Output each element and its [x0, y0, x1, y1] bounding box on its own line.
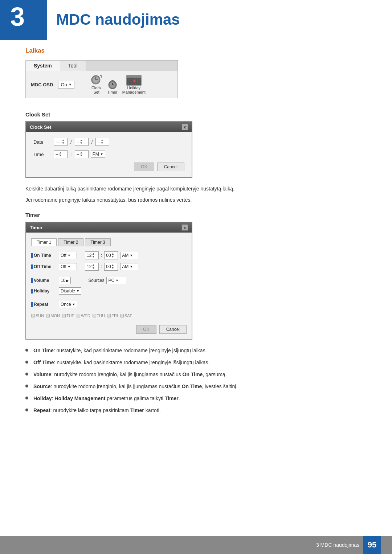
off-time-hour[interactable]: 12 ▲ ▼ — [85, 263, 99, 271]
date-spinner-3[interactable]: ▲ ▼ — [101, 139, 103, 145]
clock-ok-button[interactable]: OK — [134, 163, 154, 171]
holiday-icon-item[interactable]: HolidayManagement — [122, 75, 146, 94]
timer-dialog-title: Timer — [30, 225, 42, 230]
checkbox-box — [77, 314, 80, 317]
bullet-list: On Time: nustatykite, kad pasirinktame r… — [25, 347, 367, 414]
day-checkbox-tue[interactable]: TUE — [62, 313, 74, 318]
clock-cancel-button[interactable]: Cancel — [157, 163, 184, 171]
day-checkbox-mon[interactable]: MON — [46, 313, 60, 318]
timer-tab-3[interactable]: Timer 3 — [85, 238, 110, 246]
day-label: WED — [81, 313, 90, 318]
timer-tab-1[interactable]: Timer 1 — [31, 238, 57, 246]
bullet-item: Holiday: Holiday Management parametrus g… — [25, 395, 367, 402]
off-ampm-arrow-icon: ▼ — [130, 265, 133, 268]
date-field-3[interactable]: -- ▲ ▼ — [95, 138, 109, 146]
on-time-colon: : — [101, 253, 102, 258]
days-row: SUNMONTUEWEDTHUFRISAT — [26, 311, 192, 320]
time-label: Time — [33, 152, 52, 157]
clock-set-close-button[interactable]: x — [181, 124, 188, 130]
panel-icons: ClockSet Timer — [90, 75, 146, 94]
bullet-label: Volume — [33, 372, 52, 377]
tab-system[interactable]: System — [26, 61, 60, 71]
off-hour-val: 12 — [87, 264, 91, 269]
holiday-dropdown[interactable]: Disable ▼ — [59, 287, 81, 295]
time-hour-spinner[interactable]: ▲ ▼ — [59, 151, 62, 157]
time-hour-field[interactable]: -- ▲ ▼ — [54, 150, 68, 158]
repeat-bar — [31, 302, 33, 307]
spacer — [26, 298, 192, 301]
timer-buttons: OK Cancel — [26, 322, 192, 335]
down-arrow-icon[interactable]: ▼ — [111, 255, 114, 258]
on-hour-spinner[interactable]: ▲ ▼ — [92, 253, 95, 258]
day-label: FRI — [111, 313, 118, 318]
on-time-text: On Time — [34, 253, 51, 258]
main-content: Laikas System Tool MDC OSD On ▼ — [0, 0, 392, 443]
repeat-val: Once — [61, 302, 71, 307]
date-field-1[interactable]: ---- ▲ ▼ — [54, 138, 68, 146]
off-min-spinner[interactable]: ▲ ▼ — [111, 264, 114, 270]
date-spinner-2[interactable]: ▲ ▼ — [80, 139, 83, 145]
timer-ok-button[interactable]: OK — [136, 325, 156, 334]
time-ampm-dropdown[interactable]: PM ▼ — [91, 151, 105, 158]
on-time-dropdown[interactable]: Off ▼ — [59, 252, 77, 259]
down-arrow-icon[interactable]: ▼ — [92, 267, 95, 270]
down-arrow-icon[interactable]: ▼ — [101, 142, 103, 145]
bullet-dot — [25, 361, 28, 364]
mdc-osd-label: MDC OSD — [31, 82, 53, 87]
time-min-spinner[interactable]: ▲ ▼ — [80, 151, 83, 157]
timer-cancel-button[interactable]: Cancel — [159, 325, 187, 334]
holiday-icon — [126, 75, 142, 86]
svg-rect-19 — [134, 80, 135, 82]
footer-text: 3 MDC naudojimas — [316, 542, 359, 548]
system-tool-panel: System Tool MDC OSD On ▼ C — [25, 60, 178, 98]
svg-rect-8 — [111, 80, 114, 81]
on-time-ampm-dropdown[interactable]: AM ▼ — [120, 252, 138, 259]
bullet-label: Repeat — [33, 407, 50, 413]
down-arrow-icon[interactable]: ▼ — [111, 267, 114, 270]
mdc-osd-dropdown[interactable]: On ▼ — [58, 81, 74, 89]
clock-set-icon-item[interactable]: ClockSet — [90, 75, 103, 94]
off-time-value: Off — [61, 264, 66, 269]
down-arrow-icon[interactable]: ▼ — [92, 255, 95, 258]
down-arrow-icon[interactable]: ▼ — [80, 142, 83, 145]
spacer — [26, 274, 192, 277]
off-time-text: Off Time — [34, 264, 51, 269]
sources-dropdown[interactable]: PC ▼ — [106, 277, 126, 284]
down-arrow-icon[interactable]: ▼ — [80, 154, 83, 157]
clock-set-dialog: Clock Set x Date ---- ▲ ▼ / -- ▲ — [25, 121, 192, 178]
bullet-label: Off Time — [33, 360, 54, 365]
date-spinner-1[interactable]: ▲ ▼ — [62, 139, 65, 145]
spacer — [26, 248, 192, 251]
off-time-dropdown[interactable]: Off ▼ — [59, 263, 77, 270]
off-hour-spinner[interactable]: ▲ ▼ — [92, 264, 95, 270]
day-checkbox-fri[interactable]: FRI — [107, 313, 118, 318]
page-title: MDC naudojimas — [56, 11, 180, 28]
time-min-field[interactable]: -- ▲ ▼ — [75, 150, 89, 158]
volume-field[interactable]: 10 ▶ — [59, 277, 71, 284]
day-checkbox-sat[interactable]: SAT — [120, 313, 132, 318]
down-arrow-icon[interactable]: ▼ — [59, 154, 62, 157]
timer-tab-2[interactable]: Timer 2 — [58, 238, 83, 246]
on-time-min[interactable]: 00 ▲ ▼ — [104, 251, 118, 259]
bullet-dot — [25, 349, 28, 352]
volume-arrow-right[interactable]: ▶ — [66, 279, 69, 283]
on-time-hour[interactable]: 12 ▲ ▼ — [85, 251, 99, 259]
day-label: SAT — [124, 313, 132, 318]
timer-close-button[interactable]: x — [181, 224, 188, 231]
repeat-label: Repeat — [31, 302, 57, 307]
checkbox-box — [93, 314, 96, 317]
day-checkbox-thu[interactable]: THU — [93, 313, 105, 318]
day-checkbox-wed[interactable]: WED — [77, 313, 90, 318]
off-time-ampm-dropdown[interactable]: AM ▼ — [120, 263, 138, 270]
on-min-spinner[interactable]: ▲ ▼ — [111, 253, 114, 258]
on-time-arrow-icon: ▼ — [68, 254, 71, 257]
date-field-2[interactable]: -- ▲ ▼ — [75, 138, 89, 146]
timer-icon-item[interactable]: Timer — [106, 79, 119, 94]
tab-tool[interactable]: Tool — [60, 61, 86, 71]
day-label: THU — [97, 313, 105, 318]
time-hour-val: -- — [56, 152, 58, 157]
off-time-min[interactable]: 00 ▲ ▼ — [104, 263, 118, 271]
day-checkbox-sun[interactable]: SUN — [31, 313, 44, 318]
down-arrow-icon[interactable]: ▼ — [62, 142, 65, 145]
repeat-dropdown[interactable]: Once ▼ — [59, 301, 77, 308]
